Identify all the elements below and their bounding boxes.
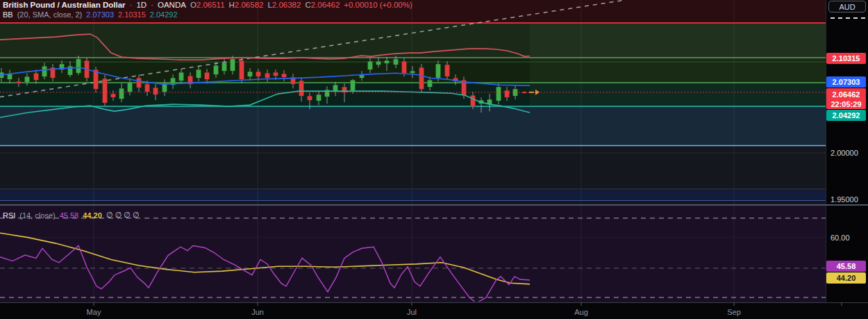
bb-params: (20, SMA, close, 2) bbox=[17, 10, 83, 19]
ohlc-open: O2.06511 bbox=[190, 1, 225, 9]
bb-basis-value: 2.07303 bbox=[86, 10, 114, 19]
ohlc-high: H2.06582 bbox=[229, 1, 264, 9]
currency-toggle-button[interactable]: AUD bbox=[828, 1, 866, 13]
time-axis-month-label: Jun bbox=[242, 308, 273, 316]
ohlc-low: L2.06382 bbox=[267, 1, 301, 9]
time-axis-month-label: Jul bbox=[397, 308, 427, 316]
price-axis-tick: 1.95000 bbox=[831, 195, 867, 204]
interval-label[interactable]: 1D bbox=[136, 1, 147, 9]
rsi-params: (14, close) bbox=[19, 211, 55, 220]
rsi-value: 45.58 bbox=[60, 211, 79, 220]
price-axis-label-countdown: 2.0646222:05:29 bbox=[826, 88, 866, 109]
time-axis-month-label: Sep bbox=[719, 308, 749, 316]
symbol-legend[interactable]: British Pound / Australian Dollar · 1D ·… bbox=[3, 1, 412, 9]
clipped-label-dashes bbox=[831, 17, 865, 19]
price-axis-tick: 60.00 bbox=[831, 234, 867, 242]
pane-separator-accent bbox=[0, 205, 868, 206]
price-chart-canvas[interactable] bbox=[0, 0, 868, 319]
price-axis-label: 2.10315 bbox=[826, 53, 866, 64]
price-axis-tick: 2.00000 bbox=[831, 149, 867, 157]
price-change: +0.00010 (+0.00%) bbox=[344, 1, 412, 9]
price-axis-label: 2.04292 bbox=[826, 110, 866, 121]
legend-separator: · bbox=[151, 1, 153, 9]
legend-separator: · bbox=[130, 1, 133, 9]
price-axis-label: 2.07303 bbox=[826, 76, 866, 88]
last-price-value: 2.06462 bbox=[826, 90, 866, 99]
price-axis-label: 45.58 bbox=[826, 261, 866, 272]
rsi-empty-values: ∅ ∅ ∅ ∅ bbox=[106, 211, 140, 220]
time-axis-month-label: May bbox=[78, 308, 109, 316]
ohlc-close: C2.06462 bbox=[305, 1, 340, 9]
bb-upper-value: 2.10315 bbox=[118, 10, 146, 19]
rsi-indicator-legend[interactable]: RSI (14, close) 45.58 44.20 ∅ ∅ ∅ ∅ bbox=[3, 211, 139, 220]
rsi-ma-value: 44.20 bbox=[83, 211, 102, 220]
time-axis-month-label: Aug bbox=[566, 308, 596, 316]
price-axis-label: 44.20 bbox=[826, 272, 866, 284]
bb-lower-value: 2.04292 bbox=[150, 10, 178, 19]
bb-indicator-legend[interactable]: BB (20, SMA, close, 2) 2.07303 2.10315 2… bbox=[3, 10, 178, 19]
exchange-label: OANDA bbox=[158, 1, 186, 9]
symbol-title: British Pound / Australian Dollar bbox=[3, 1, 126, 9]
rsi-name: RSI bbox=[3, 211, 15, 220]
trading-chart-window: British Pound / Australian Dollar · 1D ·… bbox=[0, 0, 868, 319]
bar-countdown: 22:05:29 bbox=[826, 99, 866, 109]
bb-name: BB bbox=[3, 10, 13, 19]
